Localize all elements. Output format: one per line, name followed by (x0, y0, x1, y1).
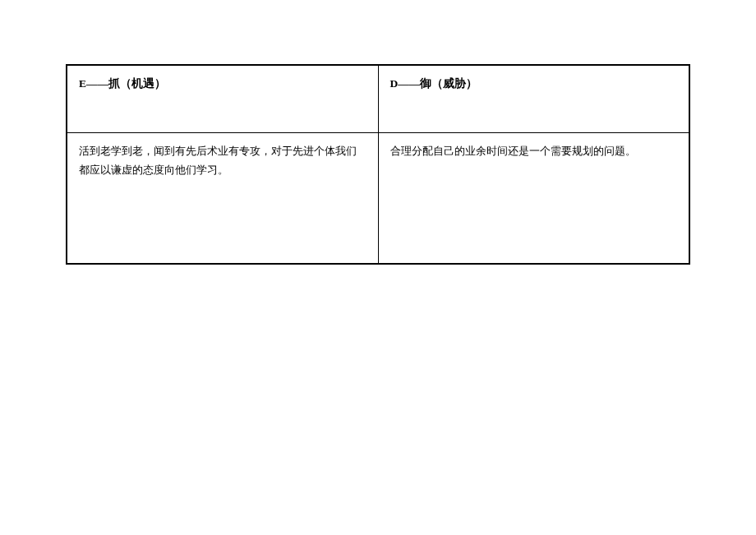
table-header-row: E——抓（机遇） D——御（威胁） (67, 65, 689, 132)
header-threat: D——御（威胁） (378, 65, 689, 132)
swot-analysis-table: E——抓（机遇） D——御（威胁） 活到老学到老，闻到有先后术业有专攻，对于先进… (66, 64, 690, 265)
table-content-row: 活到老学到老，闻到有先后术业有专攻，对于先进个体我们都应以谦虚的态度向他们学习。… (67, 132, 689, 264)
content-threat: 合理分配自己的业余时间还是一个需要规划的问题。 (378, 132, 689, 264)
header-opportunity: E——抓（机遇） (67, 65, 378, 132)
content-opportunity: 活到老学到老，闻到有先后术业有专攻，对于先进个体我们都应以谦虚的态度向他们学习。 (67, 132, 378, 264)
